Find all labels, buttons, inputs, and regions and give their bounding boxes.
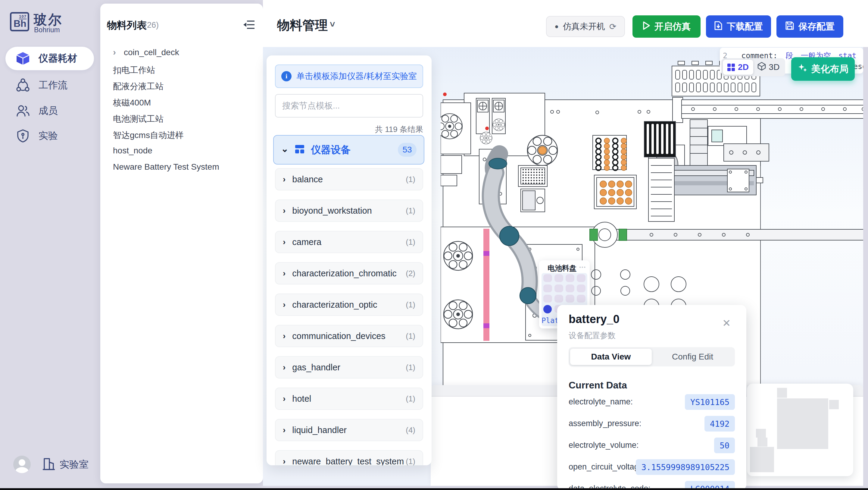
material-item[interactable]: 核磁400M bbox=[100, 95, 263, 110]
template-item-name: balance bbox=[292, 174, 399, 184]
tray-slot[interactable] bbox=[577, 295, 586, 302]
chevron-right-icon: › bbox=[283, 174, 285, 184]
data-row: electrolyte_name: YS101165 bbox=[569, 394, 735, 410]
template-item-count: (1) bbox=[406, 332, 415, 341]
refresh-icon[interactable]: ⟳ bbox=[609, 22, 616, 32]
laboratory-label: 实验室 bbox=[60, 458, 89, 471]
field-label: electrolyte_name: bbox=[569, 397, 633, 406]
tray-slot[interactable] bbox=[555, 295, 563, 302]
material-item[interactable]: 智达gcms自动进样 bbox=[100, 128, 263, 142]
group-instruments[interactable]: ⌄ 仪器设备 53 bbox=[273, 135, 424, 165]
save-config-label: 保存配置 bbox=[799, 21, 835, 33]
template-item-name: gas_handler bbox=[292, 363, 399, 372]
chevron-right-icon: › bbox=[283, 394, 285, 404]
material-list-title: 物料列表 bbox=[107, 19, 147, 32]
save-config-button[interactable]: 保存配置 bbox=[776, 16, 843, 38]
download-file-icon bbox=[714, 21, 722, 33]
tab-config-edit[interactable]: Config Edit bbox=[652, 349, 733, 365]
tray-slot[interactable] bbox=[543, 274, 552, 282]
toggle-2d[interactable]: 2D bbox=[723, 60, 753, 75]
template-item-hotel[interactable]: › hotel (1) bbox=[275, 387, 423, 410]
sidebar-item-workflow[interactable]: 工作流 bbox=[5, 76, 94, 95]
screen-bottom-edge bbox=[0, 488, 868, 490]
2d-grid-icon bbox=[727, 64, 735, 71]
toggle-3d[interactable]: 3D bbox=[753, 60, 784, 75]
tray-slot[interactable] bbox=[577, 274, 586, 282]
template-item-bioyond-workstation[interactable]: › bioyond_workstation (1) bbox=[275, 200, 423, 222]
template-item-name: liquid_handler bbox=[292, 425, 399, 435]
page-title[interactable]: 物料管理 bbox=[277, 17, 328, 34]
workflow-icon bbox=[16, 78, 30, 92]
template-item-name: characterization_optic bbox=[292, 300, 399, 310]
more-options-icon[interactable]: ••• bbox=[579, 265, 586, 270]
template-item-count: (1) bbox=[406, 363, 415, 372]
sidebar-item-members[interactable]: 成员 bbox=[5, 102, 94, 120]
tray-slot[interactable] bbox=[543, 285, 552, 292]
tray-slot[interactable] bbox=[566, 285, 575, 292]
template-item-camera[interactable]: › camera (1) bbox=[275, 231, 423, 253]
beautify-layout-button[interactable]: 美化布局 bbox=[791, 57, 855, 81]
logo-symbol: Bh bbox=[13, 18, 27, 29]
chevron-right-icon: › bbox=[283, 237, 285, 247]
field-value: 50 bbox=[714, 438, 735, 453]
3d-cube-icon bbox=[757, 62, 766, 73]
data-row: assembly_pressure: 4192 bbox=[569, 416, 735, 432]
chevron-right-icon[interactable]: › bbox=[113, 47, 116, 57]
template-item-neware-battery-test-system[interactable]: › neware_battery_test_system (1) bbox=[275, 450, 423, 465]
tray-slot[interactable] bbox=[577, 285, 586, 292]
sparkles-icon bbox=[798, 63, 808, 75]
material-item[interactable]: 扣电工作站 bbox=[100, 63, 263, 77]
chevron-right-icon: › bbox=[283, 363, 285, 372]
template-item-characterization-optic[interactable]: › characterization_optic (1) bbox=[275, 293, 423, 316]
user-avatar[interactable] bbox=[13, 456, 31, 473]
download-config-button[interactable]: 下载配置 bbox=[706, 16, 771, 38]
simulation-status-pill[interactable]: ● 仿真未开机 ⟳ bbox=[546, 16, 625, 37]
chevron-right-icon: › bbox=[283, 268, 285, 278]
chevron-right-icon: › bbox=[283, 300, 285, 310]
template-item-gas-handler[interactable]: › gas_handler (1) bbox=[275, 356, 423, 378]
tray-slot[interactable] bbox=[555, 285, 563, 292]
template-item-count: (2) bbox=[406, 269, 415, 278]
beautify-layout-label: 美化布局 bbox=[811, 63, 849, 75]
material-item[interactable]: 配液分液工站 bbox=[100, 79, 263, 93]
page-header: 物料管理 ˅ ● 仿真未开机 ⟳ 开启仿真 下载配置 bbox=[263, 0, 868, 47]
battery-tray-title: 电池料盘 bbox=[548, 263, 577, 273]
template-item-characterization-chromatic[interactable]: › characterization_chromatic (2) bbox=[275, 262, 423, 285]
material-item-label: 配液分液工站 bbox=[113, 81, 163, 92]
template-item-name: characterization_chromatic bbox=[292, 268, 405, 279]
tray-slot[interactable] bbox=[566, 295, 575, 302]
minimap[interactable] bbox=[747, 384, 853, 476]
tray-slot[interactable] bbox=[555, 274, 563, 282]
logo-subtitle: Bohrium bbox=[34, 26, 60, 34]
start-simulation-button[interactable]: 开启仿真 bbox=[632, 16, 701, 38]
tray-slot[interactable] bbox=[566, 274, 575, 282]
field-label: open_circuit_voltage: bbox=[569, 462, 645, 471]
cube-icon bbox=[16, 51, 30, 66]
material-list-panel: 物料列表 (26) › coin_cell_deck 扣电工作站 配液分液工站 … bbox=[100, 4, 263, 483]
chevron-down-icon[interactable]: ˅ bbox=[330, 19, 335, 30]
tray-slot[interactable] bbox=[543, 295, 552, 302]
sidebar-item-instruments[interactable]: 仪器耗材 bbox=[5, 47, 94, 70]
template-item-balance[interactable]: › balance (1) bbox=[275, 168, 423, 191]
sidebar-item-experiments[interactable]: 实验 bbox=[5, 126, 94, 145]
tray-slot-selected[interactable] bbox=[543, 305, 552, 313]
building-icon bbox=[42, 457, 55, 472]
template-panel: i 单击模板添加仪器/耗材至实验室 共 119 条结果 ⌄ 仪器设备 53 › … bbox=[267, 55, 432, 465]
close-icon[interactable]: ✕ bbox=[722, 317, 731, 329]
chevron-right-icon: › bbox=[283, 331, 285, 341]
material-item-label: 智达gcms自动进样 bbox=[113, 129, 184, 141]
search-input[interactable] bbox=[275, 94, 423, 118]
material-item[interactable]: 电池测试工站 bbox=[100, 112, 263, 126]
template-item-communication-devices[interactable]: › communication_devices (1) bbox=[275, 325, 423, 347]
template-item-liquid-handler[interactable]: › liquid_handler (4) bbox=[275, 419, 423, 441]
tab-data-view[interactable]: Data View bbox=[570, 349, 652, 365]
material-item[interactable]: Neware Battery Test System bbox=[100, 160, 263, 175]
sidebar-item-label: 仪器耗材 bbox=[38, 52, 77, 65]
template-item-count: (1) bbox=[406, 206, 415, 215]
template-item-name: camera bbox=[292, 237, 399, 247]
material-item[interactable]: host_node bbox=[100, 144, 263, 158]
collapse-panel-icon[interactable] bbox=[243, 19, 255, 30]
material-item-coin-cell-deck[interactable]: › coin_cell_deck bbox=[100, 46, 263, 60]
sidebar-item-laboratory[interactable]: 实验室 bbox=[42, 457, 89, 472]
template-item-count: (4) bbox=[406, 426, 415, 435]
